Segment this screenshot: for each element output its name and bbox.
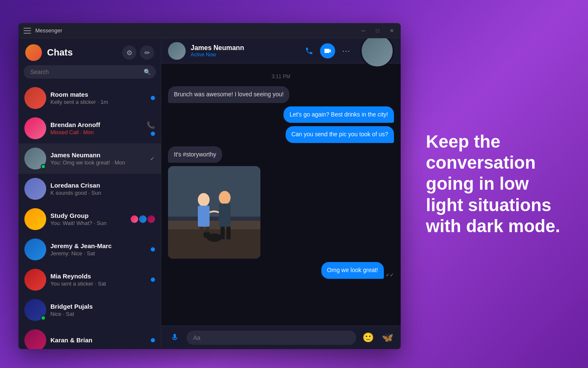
sidebar-header: Chats ⚙ ✏ [18,38,161,65]
chat-header: James Neumann Active Now [161,38,401,64]
unread-dot-brendan [151,132,155,136]
settings-button[interactable]: ⚙ [122,45,136,60]
chat-item-bridget[interactable]: Bridget Pujals Nice · Sat [18,295,161,325]
chat-name-jeremy: Jeremy & Jean-Marc [50,242,147,249]
chat-preview-mia: You sent a sticker · Sat [50,281,147,287]
chat-item-loredana[interactable]: Loredana Crisan K sounds good · Sun [18,174,161,204]
unread-dot-karan [151,338,155,342]
chat-item-james[interactable]: James Neumann You: Omg we look great! · … [18,143,161,174]
voice-call-button[interactable] [302,43,317,58]
online-dot-bridget [41,315,46,320]
video-icon [323,47,332,55]
svg-point-4 [198,193,210,207]
chat-preview-loredana: K sounds good · Sun [50,190,151,196]
svg-rect-6 [200,227,204,239]
call-icon-brendan: 📞 [147,121,155,129]
message-bubble-m4: It's #storyworthy [168,146,222,163]
message-bubble-m3: Can you send the pic you took of us? [286,126,394,143]
avatar-bridget [24,299,46,321]
group-mini-2 [139,215,147,223]
couple-photo [168,166,260,259]
user-avatar[interactable] [25,44,42,61]
chat-name-mia: Mia Reynolds [50,273,147,280]
chat-name-roommates: Room mates [50,91,147,98]
avatar-study [24,208,46,230]
butterfly-button[interactable]: 🦋 [380,330,395,345]
chat-item-roommates[interactable]: Room mates Kelly sent a sticker · 1m [18,83,161,113]
avatar-loredana [24,178,46,200]
search-bar: 🔍 [24,65,156,79]
close-button[interactable]: ✕ [388,27,396,34]
message-row-m6: Omg we look great! ✓✓ [168,262,394,279]
chat-header-info: James Neumann Active Now [191,44,297,58]
chat-item-study[interactable]: Study Group You: Wait! What? · Sun [18,204,161,234]
search-input[interactable] [24,65,156,79]
unread-dot-roommates [151,96,155,100]
chat-name-karan: Karan & Brian [50,336,147,344]
app-title: Messenger [35,27,360,34]
chat-header-avatar [168,42,186,60]
chat-header-status: Active Now [191,52,297,58]
svg-point-14 [205,230,209,233]
chat-area: James Neumann Active Now [161,38,401,349]
message-input[interactable] [186,331,356,345]
chat-preview-brendan: Missed Call · Mon [50,129,142,135]
chat-list: Room mates Kelly sent a sticker · 1m Bre… [18,83,161,349]
couple-svg [168,166,260,259]
message-row-m3: Can you send the pic you took of us? [168,126,394,143]
chat-preview-james: You: Omg we look great! · Mon [50,159,146,166]
message-bubble-m6: Omg we look great! [321,262,384,279]
svg-rect-5 [198,206,210,227]
avatar-karan [24,329,46,349]
chat-preview-roommates: Kelly sent a sticker · 1m [50,99,147,105]
unread-dot-mia [151,278,155,282]
minimize-button[interactable]: ─ [360,27,367,34]
chat-item-karan[interactable]: Karan & Brian [18,325,161,349]
svg-point-8 [219,191,231,204]
microphone-button[interactable] [167,330,182,345]
phone-icon [305,47,313,55]
online-dot-james [41,164,46,169]
svg-rect-3 [168,221,260,229]
message-timestamp: 3:11 PM [168,74,394,79]
chat-preview-bridget: Nice · Sat [50,311,151,317]
emoji-button[interactable]: 🙂 [360,330,375,345]
chat-item-brendan[interactable]: Brendan Aronoff Missed Call · Mon 📞 [18,113,161,143]
compose-button[interactable]: ✏ [140,45,154,60]
message-row-m2: Let's go again? Best drinks in the city! [168,106,394,123]
chat-name-loredana: Loredana Crisan [50,182,151,189]
avatar-james [24,148,46,169]
video-call-button[interactable] [320,43,335,58]
sidebar-header-actions: ⚙ ✏ [122,45,154,60]
chat-messages: 3:11 PM Brunch was awesome! I loved seei… [161,64,401,326]
chat-preview-study: You: Wait! What? · Sun [50,220,126,226]
message-image-m5 [168,166,260,259]
message-bubble-m2: Let's go again? Best drinks in the city! [284,106,394,123]
settings-icon: ⚙ [126,49,132,57]
sidebar-title: Chats [47,47,117,58]
group-mini-3 [147,215,155,223]
chat-name-bridget: Bridget Pujals [50,303,151,310]
chat-name-brendan: Brendan Aronoff [50,121,142,128]
avatar-brendan [24,117,46,139]
message-row-m4: It's #storyworthy [168,146,394,163]
avatar-jeremy [24,238,46,260]
chat-name-james: James Neumann [50,151,146,159]
call-avatar [360,38,394,68]
butterfly-icon: 🦋 [382,332,393,343]
chat-header-name: James Neumann [191,44,297,52]
avatar-mia [24,269,46,291]
chat-item-jeremy[interactable]: Jeremy & Jean-Marc Jeremy: Nice · Sat [18,234,161,265]
more-options-button[interactable]: ⋯ [339,43,354,58]
menu-icon[interactable] [24,28,31,34]
title-bar: Messenger ─ □ ✕ [18,23,401,38]
app-body: Chats ⚙ ✏ 🔍 [18,38,401,349]
group-avatars-study [131,215,155,223]
promo-heading: Keep the conversation going in low light… [426,131,563,237]
svg-rect-1 [168,166,260,217]
active-call-indicator [360,38,394,68]
message-check-m6: ✓✓ [386,272,394,278]
chat-item-mia[interactable]: Mia Reynolds You sent a sticker · Sat [18,265,161,295]
maximize-button[interactable]: □ [374,27,381,34]
sidebar: Chats ⚙ ✏ 🔍 [18,38,161,349]
